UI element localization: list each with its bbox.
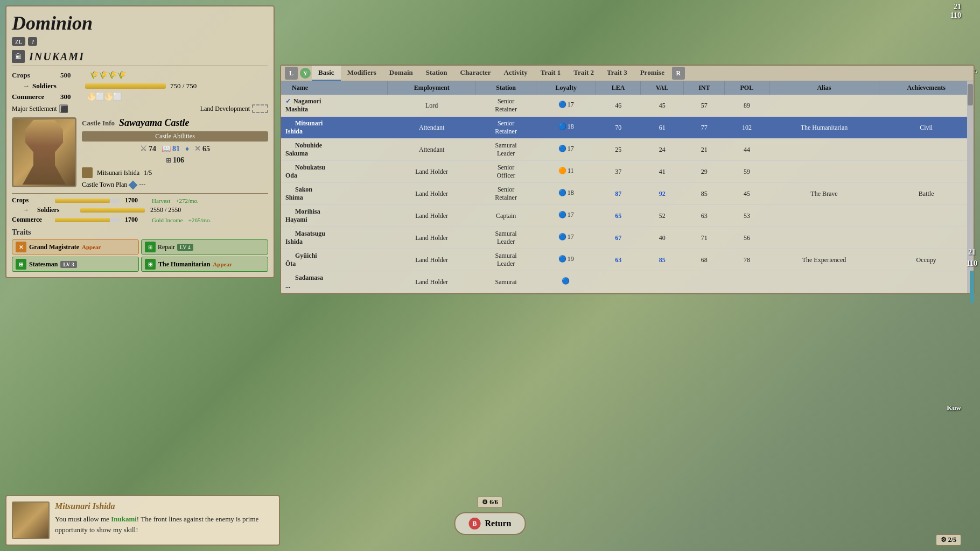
cell-alias: The Humanitarian (769, 117, 879, 139)
cell-name: NobuhideSakuma (281, 139, 388, 161)
cell-achievements (879, 139, 974, 161)
cell-int: 68 (684, 249, 725, 271)
plan-diamond-icon (129, 180, 138, 189)
cell-station: SamuraiLeader (476, 227, 536, 249)
table-row[interactable]: MorihisaHayamiLand HolderCaptain🔵1765526… (281, 205, 974, 227)
table-row[interactable]: GyūichiŌtaLand HolderSamuraiLeader🔵19638… (281, 249, 974, 271)
loyalty-value: 17 (568, 101, 574, 108)
tab-right-button[interactable]: R (672, 67, 685, 80)
val-value: 41 (640, 161, 684, 183)
cell-lea: 65 (596, 205, 640, 227)
cell-achievements (879, 271, 974, 293)
cross-icon: ✕ (194, 144, 201, 153)
cell-name: Sadamasa... (281, 271, 388, 293)
general-slots: 1/5 (144, 169, 152, 177)
name-text: GyūichiŌta (285, 252, 317, 267)
help-button[interactable]: ? (28, 37, 37, 46)
castle-plan: Castle Town Plan --- (82, 181, 268, 189)
cell-int: 63 (684, 205, 725, 227)
castle-portrait (12, 117, 76, 187)
pol-value: 89 (725, 95, 769, 117)
domain-commerce-bar-fill (55, 218, 110, 222)
crops-label: Crops (12, 71, 60, 80)
cell-loyalty: 🔵 (536, 271, 596, 293)
lea-value: 67 (615, 234, 621, 242)
table-row[interactable]: NobuhideSakumaAttendantSamuraiLeader🔵172… (281, 139, 974, 161)
cell-station: SamuraiLeader (476, 139, 536, 161)
sword-icon: ⚔ (140, 144, 147, 153)
name-text: Sadamasa... (285, 274, 323, 289)
general-name: Mitsunari Ishida (97, 169, 139, 177)
tab-station[interactable]: Station (419, 66, 454, 81)
tab-trait1[interactable]: Trait 1 (534, 66, 568, 81)
domain-harvest-value: +272/mo. (176, 197, 199, 204)
tab-domain[interactable]: Domain (383, 66, 419, 81)
top-right-numbers: 21 110 (950, 3, 961, 20)
crops-icons: 🌾🌾🌾🌾 (89, 70, 126, 80)
sword-value: 74 (149, 145, 156, 153)
cell-loyalty: 🔵18 (536, 183, 596, 205)
trait-repair-lv: LV 4 (177, 244, 193, 251)
general-row: Mitsunari Ishida 1/5 (82, 167, 268, 178)
cell-lea: 87 (596, 183, 640, 205)
tab-activity[interactable]: Activity (498, 66, 534, 81)
table-row[interactable]: MitsunariIshidaAttendantSeniorRetainer🔵1… (281, 117, 974, 139)
val-value: 61 (640, 117, 684, 139)
person-icon-blue: 🔵 (558, 189, 566, 199)
tab-modifiers[interactable]: Modifiers (341, 66, 383, 81)
zl-button[interactable]: ZL (12, 37, 25, 46)
cell-employment: Lord (388, 95, 476, 117)
bottom-counter: ⚙ 2/5 (936, 534, 961, 546)
right-side-info: 21 110 (964, 0, 980, 551)
dialog-content: Mitsunari Ishida You must allow me Inuka… (55, 501, 274, 539)
val-value: 92 (659, 190, 666, 197)
trait-humanitarian-name: The Humanitarian (158, 260, 210, 269)
table-row[interactable]: MasatsuguIshidaLand HolderSamuraiLeader🔵… (281, 227, 974, 249)
tab-basic[interactable]: Basic (312, 66, 341, 81)
cell-int: 21 (684, 139, 725, 161)
clan-icon: 🏛 (12, 50, 25, 63)
tab-promise[interactable]: Promise (634, 66, 671, 81)
plan-value: --- (139, 181, 145, 189)
cell-int: 85 (684, 183, 725, 205)
soldiers-bar (85, 83, 166, 89)
val-value: 85 (659, 256, 666, 264)
col-name: Name (281, 81, 388, 95)
pol-value: 45 (725, 183, 769, 205)
lea-value: 65 (615, 212, 621, 220)
table-row[interactable]: ✓NagamoriMashitaLordSeniorRetainer🔵17464… (281, 95, 974, 117)
cell-station: Samurai (476, 271, 536, 293)
cross-value: 65 (202, 145, 210, 153)
table-row[interactable]: SakonShimaLand HolderSeniorRetainer🔵1887… (281, 183, 974, 205)
bottom-badge-text: ⚙ 2/5 (941, 536, 956, 544)
table-row[interactable]: Sadamasa...Land HolderSamurai🔵 (281, 271, 974, 293)
arrow-icon: → (23, 82, 30, 90)
dialog-portrait (12, 501, 50, 539)
cell-int (684, 271, 725, 293)
domain-soldiers-row: → Soldiers 2550 / 2550 (23, 206, 268, 214)
trait-repair: ⊞ Repair LV 4 (141, 239, 268, 255)
table-row[interactable]: NobukatsuOdaLand HolderSeniorOfficer🟠113… (281, 161, 974, 183)
domain-crops-row: Crops 1700 Harvest +272/mo. (12, 196, 268, 204)
tab-left-button[interactable]: L (285, 67, 298, 80)
abilities-grid: ⚔ 74 📖 81 ♦ ✕ 65 (82, 144, 268, 153)
cell-achievements: Occupy (879, 249, 974, 271)
name-text: MitsunariIshida (285, 119, 323, 135)
domain-gold-value: +265/mo. (188, 217, 212, 223)
humanitarian-icon: ⊞ (145, 259, 156, 270)
cell-alias (769, 139, 879, 161)
cell-name: GyūichiŌta (281, 249, 388, 271)
commerce-label: Commerce (12, 93, 60, 101)
pol-value: 78 (725, 249, 769, 271)
tab-trait3[interactable]: Trait 3 (600, 66, 634, 81)
return-button[interactable]: B Return (454, 512, 526, 535)
domain-gold-label: Gold Income (152, 217, 183, 223)
tab-trait2[interactable]: Trait 2 (567, 66, 600, 81)
general-portrait-small (82, 167, 93, 178)
cell-name: MitsunariIshida (281, 117, 388, 139)
sword-ability: ⚔ 74 (140, 144, 156, 153)
traits-header: Traits (12, 228, 268, 237)
settlement-row: Major Settlement ⬛ Land Development (12, 104, 268, 113)
tab-character[interactable]: Character (454, 66, 498, 81)
castle-section: Castle Info Sawayama Castle Castle Abili… (12, 117, 268, 189)
